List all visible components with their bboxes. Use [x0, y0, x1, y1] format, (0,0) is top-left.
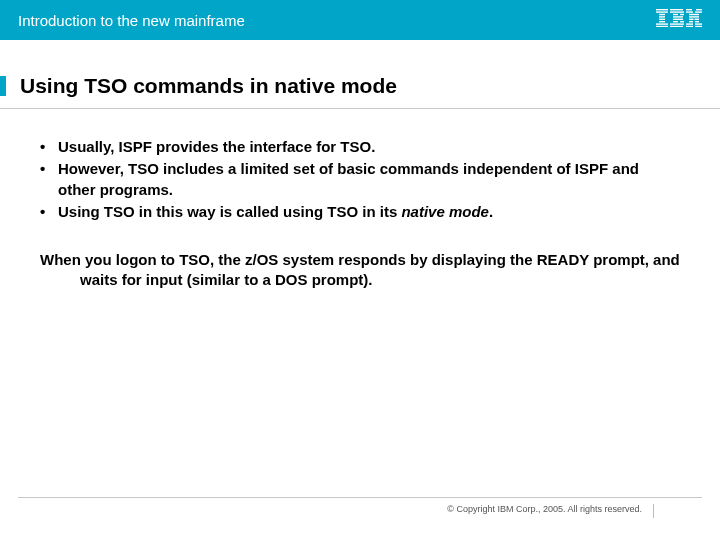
slide-header: Introduction to the new mainframe: [0, 0, 720, 40]
svg-rect-5: [659, 21, 665, 22]
svg-rect-17: [670, 26, 683, 27]
body-paragraph: When you logon to TSO, the z/OS system r…: [80, 250, 680, 291]
ibm-logo-icon: [656, 9, 702, 31]
svg-rect-31: [695, 23, 702, 24]
bullet-item: However, TSO includes a limited set of b…: [40, 159, 680, 200]
bullet-tail: .: [489, 203, 493, 220]
svg-rect-18: [686, 9, 692, 10]
svg-rect-10: [673, 14, 678, 15]
svg-rect-8: [670, 9, 683, 10]
svg-rect-16: [670, 23, 684, 24]
svg-rect-3: [659, 16, 665, 17]
svg-rect-20: [686, 11, 693, 12]
svg-rect-32: [686, 26, 693, 27]
slide-content: Usually, ISPF provides the interface for…: [0, 109, 720, 291]
svg-rect-12: [673, 16, 683, 17]
svg-rect-28: [689, 21, 693, 22]
svg-rect-27: [695, 19, 699, 20]
svg-rect-11: [680, 14, 684, 15]
slide-footer: © Copyright IBM Corp., 2005. All rights …: [18, 497, 702, 514]
svg-rect-13: [673, 19, 683, 20]
svg-rect-29: [695, 21, 699, 22]
bullet-item: Usually, ISPF provides the interface for…: [40, 137, 680, 157]
footer-divider: [653, 504, 654, 518]
svg-rect-30: [686, 23, 693, 24]
title-area: Using TSO commands in native mode: [0, 74, 720, 109]
svg-rect-2: [659, 14, 665, 15]
bullet-item: Using TSO in this way is called using TS…: [40, 202, 680, 222]
bullet-text: Using TSO in this way is called using TS…: [58, 203, 401, 220]
svg-rect-25: [689, 19, 693, 20]
svg-rect-22: [689, 14, 694, 15]
svg-rect-0: [656, 9, 668, 10]
slide-title: Using TSO commands in native mode: [18, 74, 702, 98]
copyright-text: © Copyright IBM Corp., 2005. All rights …: [447, 504, 642, 514]
header-title: Introduction to the new mainframe: [18, 12, 245, 29]
svg-rect-33: [695, 26, 702, 27]
bullet-italic: native mode: [401, 203, 489, 220]
svg-rect-26: [694, 19, 695, 20]
bullet-list: Usually, ISPF provides the interface for…: [40, 137, 680, 222]
svg-rect-9: [670, 11, 684, 12]
svg-rect-23: [694, 14, 699, 15]
svg-rect-14: [673, 21, 678, 22]
svg-rect-19: [696, 9, 702, 10]
svg-rect-6: [656, 23, 668, 24]
svg-rect-24: [689, 16, 699, 17]
svg-rect-21: [695, 11, 702, 12]
svg-rect-4: [659, 19, 665, 20]
svg-rect-7: [656, 26, 668, 27]
svg-rect-1: [656, 11, 668, 12]
svg-rect-15: [680, 21, 684, 22]
